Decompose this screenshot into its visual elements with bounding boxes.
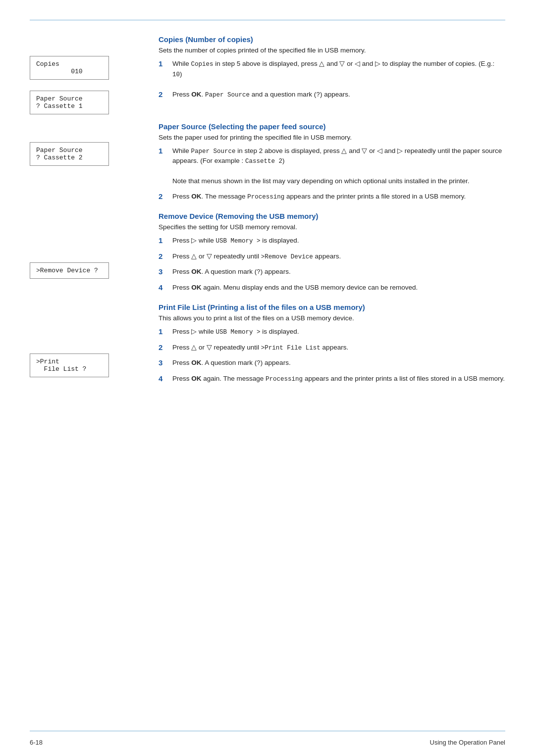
paper-source-title: Paper Source (Selecting the paper feed s… bbox=[159, 122, 505, 131]
copies-step2-block: Paper Source? Cassette 1 2 Press OK. Pap… bbox=[30, 90, 505, 117]
pfl-step-num-3: 3 bbox=[159, 357, 167, 369]
step-num-1: 1 bbox=[159, 58, 167, 70]
copies-step2-right: 2 Press OK. Paper Source and a question … bbox=[159, 90, 505, 117]
pfl-step-1-text: Press ▷ while USB Memory > is displayed. bbox=[172, 327, 505, 337]
pfl-step-2-text: Press △ or ▽ repeatedly until >Print Fil… bbox=[172, 343, 505, 353]
print-file-list-title: Print File List (Printing a list of the … bbox=[159, 303, 505, 311]
pfl-step-4: 4 Press OK again. The message Processing… bbox=[159, 374, 505, 385]
paper-source-cassette2-lcd: Paper Source? Cassette 2 bbox=[30, 142, 109, 166]
copies-step2-left: Paper Source? Cassette 1 bbox=[30, 90, 144, 117]
rd-step-num-3: 3 bbox=[159, 266, 167, 278]
paper-source-steps: 1 While Paper Source in step 2 above is … bbox=[159, 146, 505, 202]
paper-source-desc: Sets the paper used for printing the spe… bbox=[159, 134, 505, 141]
remove-device-step-1: 1 Press ▷ while USB Memory > is displaye… bbox=[159, 236, 505, 247]
print-file-list-left: >Print File List ? bbox=[30, 303, 144, 389]
remove-device-step-3: 3 Press OK. A question mark (?) appears. bbox=[159, 267, 505, 278]
page: Copies 010 Copies (Number of copies) Set… bbox=[0, 0, 535, 756]
top-rule bbox=[30, 20, 505, 20]
pfl-step-num-4: 4 bbox=[159, 373, 167, 385]
copies-right: Copies (Number of copies) Sets the numbe… bbox=[159, 35, 505, 85]
remove-device-desc: Specifies the setting for USB memory rem… bbox=[159, 223, 505, 231]
rd-step-1-text: Press ▷ while USB Memory > is displayed. bbox=[172, 236, 505, 246]
ps-step-num-2: 2 bbox=[159, 191, 167, 202]
bottom-rule bbox=[30, 731, 505, 731]
remove-device-right: Remove Device (Removing the USB memory) … bbox=[159, 212, 505, 298]
print-file-list-lcd: >Print File List ? bbox=[30, 353, 109, 377]
rd-step-2-text: Press △ or ▽ repeatedly until >Remove De… bbox=[172, 252, 505, 262]
print-file-list-section: >Print File List ? Print File List (Prin… bbox=[30, 303, 505, 389]
copies-section: Copies 010 Copies (Number of copies) Set… bbox=[30, 35, 505, 85]
remove-device-section: >Remove Device ? Remove Device (Removing… bbox=[30, 212, 505, 298]
paper-source-right: Paper Source (Selecting the paper feed s… bbox=[159, 122, 505, 207]
rd-step-3-text: Press OK. A question mark (?) appears. bbox=[172, 267, 505, 277]
footer-section-title: Using the Operation Panel bbox=[430, 739, 505, 746]
print-file-list-desc: This allows you to print a list of the f… bbox=[159, 314, 505, 322]
ps-step-2-text: Press OK. The message Processing appears… bbox=[172, 192, 505, 202]
remove-device-title: Remove Device (Removing the USB memory) bbox=[159, 212, 505, 220]
copies-desc: Sets the number of copies printed of the… bbox=[159, 47, 505, 54]
print-file-list-right: Print File List (Printing a list of the … bbox=[159, 303, 505, 389]
print-file-list-steps: 1 Press ▷ while USB Memory > is displaye… bbox=[159, 327, 505, 384]
remove-device-steps: 1 Press ▷ while USB Memory > is displaye… bbox=[159, 236, 505, 293]
copies-step-1-text: While Copies in step 5 above is displaye… bbox=[172, 59, 505, 80]
rd-step-num-4: 4 bbox=[159, 282, 167, 294]
paper-source-step-2: 2 Press OK. The message Processing appea… bbox=[159, 192, 505, 202]
pfl-step-num-2: 2 bbox=[159, 342, 167, 353]
ps-step-1-text: While Paper Source in step 2 above is di… bbox=[172, 146, 505, 187]
rd-step-num-2: 2 bbox=[159, 251, 167, 262]
remove-device-step-4: 4 Press OK again. Menu display ends and … bbox=[159, 283, 505, 294]
paper-source-section: Paper Source? Cassette 2 Paper Source (S… bbox=[30, 122, 505, 207]
copies-step-2-text: Press OK. Paper Source and a question ma… bbox=[172, 90, 505, 100]
pfl-step-1: 1 Press ▷ while USB Memory > is displaye… bbox=[159, 327, 505, 338]
rd-step-4-text: Press OK again. Menu display ends and th… bbox=[172, 283, 505, 293]
footer: 6-18 Using the Operation Panel bbox=[30, 739, 505, 746]
remove-device-step-2: 2 Press △ or ▽ repeatedly until >Remove … bbox=[159, 252, 505, 262]
copies-steps: 1 While Copies in step 5 above is displa… bbox=[159, 59, 505, 80]
pfl-step-3: 3 Press OK. A question mark (?) appears. bbox=[159, 358, 505, 369]
copies-step-1: 1 While Copies in step 5 above is displa… bbox=[159, 59, 505, 80]
copies-title: Copies (Number of copies) bbox=[159, 35, 505, 44]
copies-step2-list: 2 Press OK. Paper Source and a question … bbox=[159, 90, 505, 101]
remove-device-left: >Remove Device ? bbox=[30, 212, 144, 298]
copies-step-2: 2 Press OK. Paper Source and a question … bbox=[159, 90, 505, 101]
step-num-2: 2 bbox=[159, 89, 167, 101]
remove-device-lcd: >Remove Device ? bbox=[30, 262, 109, 279]
rd-step-num-1: 1 bbox=[159, 235, 167, 247]
footer-page-number: 6-18 bbox=[30, 739, 43, 746]
main-content: Copies 010 Copies (Number of copies) Set… bbox=[30, 35, 505, 389]
ps-step-num-1: 1 bbox=[159, 146, 167, 157]
paper-source-step-1: 1 While Paper Source in step 2 above is … bbox=[159, 146, 505, 187]
pfl-step-num-1: 1 bbox=[159, 326, 167, 338]
copies-lcd: Copies 010 bbox=[30, 56, 109, 80]
pfl-step-4-text: Press OK again. The message Processing a… bbox=[172, 374, 505, 384]
paper-source-cassette1-lcd: Paper Source? Cassette 1 bbox=[30, 91, 109, 114]
copies-left: Copies 010 bbox=[30, 35, 144, 85]
paper-source-left: Paper Source? Cassette 2 bbox=[30, 122, 144, 207]
pfl-step-2: 2 Press △ or ▽ repeatedly until >Print F… bbox=[159, 343, 505, 353]
pfl-step-3-text: Press OK. A question mark (?) appears. bbox=[172, 358, 505, 368]
